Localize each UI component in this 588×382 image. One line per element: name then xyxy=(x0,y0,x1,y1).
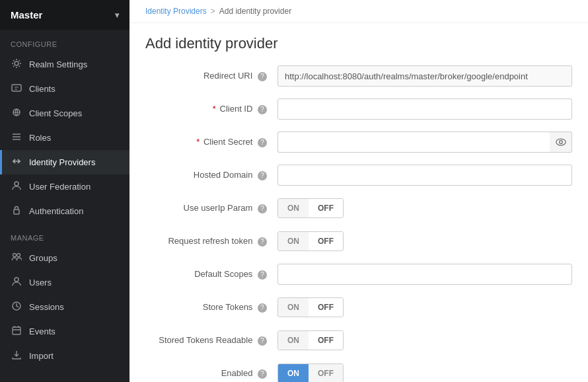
stored-tokens-readable-off[interactable]: OFF xyxy=(309,331,343,350)
sidebar-item-roles-label: Roles xyxy=(29,133,51,143)
svg-point-3 xyxy=(15,182,18,186)
svg-rect-1 xyxy=(12,85,21,91)
sidebar-item-import[interactable]: Import xyxy=(0,344,129,368)
stored-tokens-readable-help-icon[interactable]: ? xyxy=(258,336,267,346)
sidebar-item-client-scopes-label: Client Scopes xyxy=(29,108,82,118)
default-scopes-help-icon[interactable]: ? xyxy=(258,270,267,280)
sidebar-item-realm-settings[interactable]: Realm Settings xyxy=(0,52,129,77)
stored-tokens-readable-on[interactable]: ON xyxy=(278,331,309,350)
request-refresh-row: Request refresh token ? ON OFF xyxy=(145,231,572,252)
client-secret-help-icon[interactable]: ? xyxy=(258,138,267,147)
sidebar-item-identity-providers[interactable]: Identity Providers xyxy=(0,150,129,174)
breadcrumb: Identity Providers > Add identity provid… xyxy=(129,0,588,23)
store-tokens-switch[interactable]: ON OFF xyxy=(277,297,344,317)
enabled-help-icon[interactable]: ? xyxy=(258,369,267,379)
svg-point-11 xyxy=(559,141,562,144)
enabled-label: Enabled ? xyxy=(145,367,277,379)
client-id-row: * Client ID ? xyxy=(145,98,572,120)
sidebar-item-client-scopes[interactable]: Client Scopes xyxy=(0,101,129,126)
hosted-domain-help-icon[interactable]: ? xyxy=(258,171,267,180)
breadcrumb-link[interactable]: Identity Providers xyxy=(145,7,207,16)
user-federation-icon xyxy=(11,180,22,193)
stored-tokens-readable-toggle: ON OFF xyxy=(277,330,344,350)
sidebar-item-sessions[interactable]: Sessions xyxy=(0,295,129,319)
enabled-off[interactable]: OFF xyxy=(309,364,343,382)
store-tokens-off[interactable]: OFF xyxy=(309,298,343,317)
sidebar-item-roles[interactable]: Roles xyxy=(0,126,129,150)
use-userip-off[interactable]: OFF xyxy=(309,199,343,217)
client-secret-input[interactable] xyxy=(277,132,550,153)
client-secret-toggle-visibility[interactable] xyxy=(550,132,572,153)
svg-point-5 xyxy=(13,254,17,257)
svg-point-7 xyxy=(15,278,18,282)
redirect-uri-row: Redirect URI ? xyxy=(145,65,572,87)
sidebar-master[interactable]: Master ▾ xyxy=(0,0,129,30)
hosted-domain-input[interactable] xyxy=(277,165,572,186)
sessions-icon xyxy=(11,301,22,313)
use-userip-label: Use userIp Param ? xyxy=(145,202,277,214)
stored-tokens-readable-switch[interactable]: ON OFF xyxy=(277,330,344,350)
store-tokens-on[interactable]: ON xyxy=(278,298,309,317)
client-id-input[interactable] xyxy=(277,98,572,120)
use-userip-on[interactable]: ON xyxy=(278,199,309,217)
redirect-uri-label: Redirect URI ? xyxy=(145,70,277,82)
page-title: Add identity provider xyxy=(129,23,588,63)
use-userip-help-icon[interactable]: ? xyxy=(258,204,267,213)
sidebar-item-clients[interactable]: Clients xyxy=(0,77,129,101)
use-userip-switch[interactable]: ON OFF xyxy=(277,198,344,218)
sidebar-item-events-label: Events xyxy=(29,326,55,336)
enabled-row: Enabled ? ON OFF xyxy=(145,363,572,382)
client-id-label: * Client ID ? xyxy=(145,103,277,115)
users-icon xyxy=(11,276,22,289)
sidebar-item-authentication[interactable]: Authentication xyxy=(0,199,129,223)
enabled-switch[interactable]: ON OFF xyxy=(277,363,344,382)
redirect-uri-input[interactable] xyxy=(277,65,572,87)
import-icon xyxy=(11,350,22,362)
store-tokens-label: Store Tokens ? xyxy=(145,301,277,313)
request-refresh-switch[interactable]: ON OFF xyxy=(277,231,344,251)
sidebar-master-label: Master xyxy=(11,9,42,20)
request-refresh-on[interactable]: ON xyxy=(278,232,309,250)
svg-point-10 xyxy=(556,139,565,145)
breadcrumb-current: Add identity provider xyxy=(219,7,291,16)
default-scopes-label: Default Scopes ? xyxy=(145,268,277,280)
use-userip-toggle: ON OFF xyxy=(277,198,344,218)
sidebar-item-events[interactable]: Events xyxy=(0,319,129,344)
sidebar-item-user-federation[interactable]: User Federation xyxy=(0,174,129,199)
configure-section-label: Configure xyxy=(0,30,129,52)
request-refresh-toggle: ON OFF xyxy=(277,231,344,251)
form-area: Redirect URI ? * Client ID ? * Client Se… xyxy=(129,63,588,382)
sidebar-item-users-label: Users xyxy=(29,278,52,287)
svg-point-0 xyxy=(15,61,18,65)
client-secret-input-group xyxy=(277,132,572,153)
request-refresh-help-icon[interactable]: ? xyxy=(258,237,267,247)
svg-point-6 xyxy=(17,254,20,257)
client-id-help-icon[interactable]: ? xyxy=(258,105,267,114)
hosted-domain-row: Hosted Domain ? xyxy=(145,165,572,186)
svg-rect-4 xyxy=(14,210,19,214)
svg-rect-9 xyxy=(13,327,20,334)
default-scopes-input[interactable] xyxy=(277,264,572,285)
sidebar-item-clients-label: Clients xyxy=(29,84,55,94)
redirect-uri-help-icon[interactable]: ? xyxy=(258,72,267,81)
realm-settings-icon xyxy=(11,58,22,71)
sidebar-item-users[interactable]: Users xyxy=(0,270,129,295)
breadcrumb-separator: > xyxy=(211,7,215,16)
sidebar-item-realm-settings-label: Realm Settings xyxy=(29,59,87,69)
stored-tokens-readable-row: Stored Tokens Readable ? ON OFF xyxy=(145,330,572,351)
authentication-icon xyxy=(11,205,22,217)
sidebar-item-groups[interactable]: Groups xyxy=(0,246,129,270)
enabled-toggle: ON OFF xyxy=(277,363,344,382)
store-tokens-toggle: ON OFF xyxy=(277,297,344,317)
sidebar-item-identity-providers-label: Identity Providers xyxy=(29,157,95,167)
sidebar-item-authentication-label: Authentication xyxy=(29,206,83,216)
enabled-on[interactable]: ON xyxy=(278,364,309,382)
client-secret-label: * Client Secret ? xyxy=(145,136,277,148)
sidebar-item-groups-label: Groups xyxy=(29,253,57,263)
manage-section-label: Manage xyxy=(0,223,129,246)
store-tokens-help-icon[interactable]: ? xyxy=(258,303,267,313)
sidebar-item-sessions-label: Sessions xyxy=(29,302,64,312)
roles-icon xyxy=(11,132,22,144)
request-refresh-off[interactable]: OFF xyxy=(309,232,343,250)
client-scopes-icon xyxy=(11,107,22,120)
